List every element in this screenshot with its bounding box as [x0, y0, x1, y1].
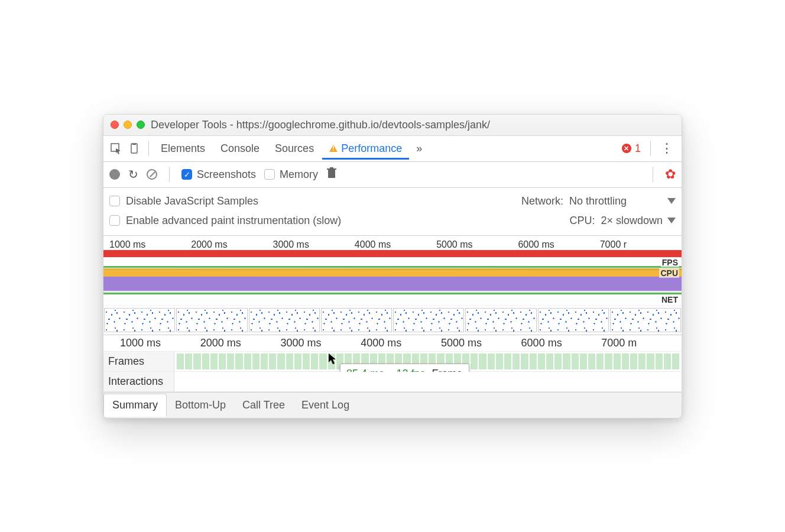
detail-ruler[interactable]: 1000 ms 2000 ms 3000 ms 4000 ms 5000 ms …: [103, 335, 682, 352]
frame-block[interactable]: [656, 353, 663, 369]
overview-ruler[interactable]: 1000 ms 2000 ms 3000 ms 4000 ms 5000 ms …: [103, 236, 682, 250]
frame-block[interactable]: [596, 353, 604, 369]
cpu-throttle-select[interactable]: 2× slowdown: [601, 215, 676, 227]
frame-block[interactable]: [647, 353, 654, 369]
frame-block[interactable]: [563, 353, 570, 369]
screenshot-thumb[interactable]: [104, 308, 175, 332]
frame-block[interactable]: [202, 353, 209, 369]
frame-block[interactable]: [638, 353, 645, 369]
frame-block[interactable]: [479, 353, 486, 369]
svg-rect-1: [131, 144, 137, 153]
frame-block[interactable]: [622, 353, 629, 369]
inspect-icon[interactable]: [107, 140, 125, 157]
frame-block[interactable]: [496, 353, 503, 369]
frame-block[interactable]: [210, 353, 218, 369]
screenshot-thumb[interactable]: [393, 308, 464, 332]
frame-block[interactable]: [471, 353, 478, 369]
checkbox-icon[interactable]: [109, 215, 120, 226]
frame-block[interactable]: [538, 353, 545, 369]
tab-sources[interactable]: Sources: [268, 138, 321, 160]
frame-block[interactable]: [588, 353, 595, 369]
frame-block[interactable]: [261, 353, 268, 369]
chevron-down-icon: [667, 218, 676, 223]
frames-track-label[interactable]: Frames: [103, 352, 174, 371]
record-icon[interactable]: [109, 169, 120, 180]
window-title: Developer Tools - https://googlechrome.g…: [151, 119, 490, 131]
tabs-overflow-icon[interactable]: »: [410, 142, 428, 155]
frame-block[interactable]: [277, 353, 284, 369]
interactions-track-label[interactable]: Interactions: [103, 372, 174, 391]
frame-block[interactable]: [252, 353, 259, 369]
checkbox-icon[interactable]: [181, 169, 192, 180]
minimize-icon[interactable]: [124, 121, 132, 129]
frame-block[interactable]: [319, 353, 326, 369]
frame-block[interactable]: [664, 353, 671, 369]
frame-block[interactable]: [512, 353, 520, 369]
gear-icon[interactable]: ✿: [665, 167, 676, 182]
kebab-icon[interactable]: ⋮: [656, 146, 678, 151]
frame-block[interactable]: [488, 353, 495, 369]
frame-block[interactable]: [185, 353, 192, 369]
screenshot-thumb[interactable]: [321, 308, 392, 332]
frame-block[interactable]: [614, 353, 621, 369]
trash-icon[interactable]: [326, 167, 337, 182]
error-icon[interactable]: ✕: [622, 144, 631, 153]
checkbox-icon[interactable]: [264, 169, 275, 180]
frame-block[interactable]: [269, 353, 276, 369]
overview-timeline[interactable]: 1000 ms 2000 ms 3000 ms 4000 ms 5000 ms …: [103, 236, 682, 335]
tab-bottom-up[interactable]: Bottom-Up: [167, 394, 234, 416]
svg-rect-4: [327, 168, 336, 170]
memory-toggle[interactable]: Memory: [264, 168, 318, 181]
tab-call-tree[interactable]: Call Tree: [234, 394, 293, 416]
tab-summary[interactable]: Summary: [103, 394, 167, 417]
frame-block[interactable]: [605, 353, 612, 369]
screenshot-thumb[interactable]: [176, 308, 247, 332]
flamechart-area[interactable]: 1000 ms 2000 ms 3000 ms 4000 ms 5000 ms …: [103, 335, 682, 392]
network-label: Network:: [521, 195, 563, 207]
device-icon[interactable]: [126, 140, 144, 157]
frame-block[interactable]: [504, 353, 511, 369]
frame-block[interactable]: [530, 353, 537, 369]
network-throttle-select[interactable]: No throttling: [569, 195, 676, 207]
checkbox-icon[interactable]: [109, 196, 120, 206]
tab-performance[interactable]: Performance: [322, 138, 409, 160]
frame-block[interactable]: [303, 353, 310, 369]
screenshot-thumb[interactable]: [610, 308, 681, 332]
frame-block[interactable]: [286, 353, 293, 369]
frame-block[interactable]: [294, 353, 301, 369]
frame-block[interactable]: [328, 353, 335, 369]
frame-block[interactable]: [227, 353, 234, 369]
traffic-lights: [111, 121, 145, 129]
tab-console[interactable]: Console: [213, 138, 267, 160]
tab-event-log[interactable]: Event Log: [293, 394, 358, 416]
screenshot-thumb[interactable]: [465, 308, 536, 332]
tab-elements[interactable]: Elements: [154, 138, 212, 160]
frame-block[interactable]: [219, 353, 226, 369]
frame-block[interactable]: [235, 353, 242, 369]
clear-icon[interactable]: [147, 169, 157, 180]
reload-icon[interactable]: ↻: [128, 167, 138, 181]
frame-block[interactable]: [580, 353, 587, 369]
screenshots-toggle[interactable]: Screenshots: [181, 168, 256, 181]
frame-block[interactable]: [546, 353, 553, 369]
frame-block[interactable]: [672, 353, 679, 369]
frame-block[interactable]: [311, 353, 318, 369]
interactions-track[interactable]: [174, 372, 682, 391]
frame-block[interactable]: [554, 353, 562, 369]
frame-block[interactable]: [177, 353, 184, 369]
ruler-tick: 4000 ms: [355, 239, 436, 250]
screenshot-thumb[interactable]: [249, 308, 320, 332]
frame-block[interactable]: [572, 353, 579, 369]
error-count[interactable]: 1: [635, 142, 641, 155]
screenshot-strip[interactable]: [103, 305, 682, 335]
frame-block[interactable]: [630, 353, 637, 369]
screenshot-thumb[interactable]: [538, 308, 609, 332]
close-icon[interactable]: [111, 121, 119, 129]
interactions-track-row[interactable]: Interactions: [103, 372, 682, 392]
devtools-window: Developer Tools - https://googlechrome.g…: [103, 114, 682, 419]
zoom-icon[interactable]: [137, 121, 145, 129]
frame-block[interactable]: [193, 353, 200, 369]
frame-block[interactable]: [244, 353, 251, 369]
frame-block[interactable]: [521, 353, 528, 369]
frames-track-row[interactable]: Frames 85.4 ms ~ 12 fps Frame: [103, 352, 682, 372]
